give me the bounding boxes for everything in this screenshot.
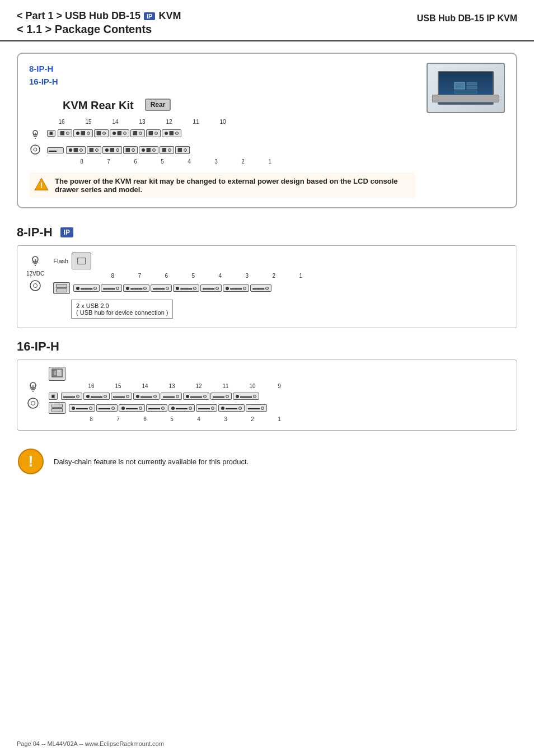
panel-icon-16iph [49, 367, 65, 381]
svg-text:!: ! [40, 181, 43, 190]
ground-icon [29, 129, 41, 141]
panel-icon-area [49, 367, 293, 381]
port-6-top: ⬛ [162, 129, 181, 137]
port-row-16iph-top: ▣ ▬▬▬ ▬▬▬ ▬▬▬ ▬▬▬ ▬▬▬ ▬▬▬ ▬▬▬ ▬▬▬ [49, 393, 293, 400]
port-1-top: ⬛ [73, 129, 93, 137]
svg-rect-12 [455, 91, 477, 94]
ov-bottom-port-row: ▬▬ ⬛ ⬛ ⬛ ⬛ ⬛ ⬛ ⬛ [47, 146, 283, 154]
kvm-diagram: 16 15 14 13 12 11 10 ▣ [29, 119, 415, 166]
num-row-16iph-top: 16 15 14 13 12 11 10 9 [77, 383, 293, 389]
port-16iph-b7: ▬▬▬ [96, 404, 118, 412]
page-header: < Part 1 > USB Hub DB-15 IP KVM < 1.1 > … [0, 0, 534, 41]
ground-icon-8iph [29, 255, 42, 268]
port-16iph-b5: ▬▬▬ [146, 404, 167, 412]
port-3-bot: ⬛ [123, 146, 138, 154]
section-8iph-header: 8-IP-H IP [17, 225, 517, 240]
port-16iph-t11: ▬▬▬ [183, 393, 209, 400]
port-16iph-b2: ▬▬▬ [218, 404, 245, 412]
num-row-bottom-ov: 8 7 6 5 4 3 2 1 [67, 158, 283, 165]
detail-center-8iph: Flash ┌─┐└─┘ 8 7 6 5 4 3 2 1 [53, 253, 314, 294]
port-8iph-6: ▬▬▬ [123, 284, 149, 292]
flash-label: Flash [53, 258, 68, 264]
daisy-chain-text: Daisy-chain feature is not currently ava… [54, 458, 249, 466]
port-5-bot: ⬛ [160, 146, 174, 154]
num-row-8iph: 8 7 6 5 4 3 2 1 [98, 273, 314, 279]
ov-top-port-row: ▣ ⬛ ⬛ ⬛ ⬛ ⬛ ⬛ ⬛ [47, 129, 283, 137]
port-2-bot: ⬛ [102, 146, 122, 154]
model-16iph: 16-IP-H [29, 76, 415, 88]
port-8iph-8: ▬▬▬ [73, 284, 100, 292]
page-content: 8-IP-H 16-IP-H KVM Rear Kit Rear [0, 41, 534, 498]
ip-badge-header: IP [144, 12, 155, 20]
daisy-chain-area: ! Daisy-chain feature is not currently a… [17, 447, 517, 475]
kvm-port-center: 16 15 14 13 12 11 10 ▣ [47, 119, 283, 166]
usb-single-16iph: ▣ [49, 393, 58, 400]
port-group-usb-top: ▣ [47, 130, 55, 137]
overview-box: 8-IP-H 16-IP-H KVM Rear Kit Rear [17, 53, 517, 208]
footer-text: Page 04 -- ML44V02A -- www.EclipseRackmo… [17, 740, 164, 747]
section-16iph-title: 16-IP-H [17, 339, 59, 354]
screen-content-icon [452, 80, 480, 96]
model-8iph: 8-IP-H [29, 63, 415, 76]
detail-left-16iph [26, 381, 40, 410]
port-16iph-b4: ▬▬▬ [168, 404, 195, 412]
num-row-top-ov: 16 15 14 13 12 11 10 [47, 119, 283, 125]
port-16iph-b1: ▬▬▬ [246, 404, 267, 412]
detail-inner-16iph: 16 15 14 13 12 11 10 9 ▣ ▬▬▬ ▬▬▬ ▬▬▬ [26, 367, 508, 423]
svg-rect-9 [455, 82, 465, 89]
section-16iph-header: 16-IP-H [17, 339, 517, 354]
port-0-top: ⬛ [58, 129, 72, 137]
laptop-image [427, 63, 505, 113]
breadcrumb-text: < Part 1 > USB Hub DB-15 [17, 10, 140, 22]
overview-right [427, 63, 505, 113]
usb-note-line2: ( USB hub for device connection ) [76, 309, 168, 316]
svg-point-6 [34, 148, 37, 151]
port-8iph-1: ▬▬▬ [250, 284, 271, 292]
overview-left: 8-IP-H 16-IP-H KVM Rear Kit Rear [29, 63, 415, 198]
svg-point-25 [28, 398, 38, 408]
kvm-text: KVM [158, 10, 181, 22]
detail-center-16iph: 16 15 14 13 12 11 10 9 ▣ ▬▬▬ ▬▬▬ ▬▬▬ [49, 367, 293, 423]
port-row-8iph: ▬▬▬ ▬▬▬ ▬▬▬ ▬▬▬ ▬▬▬ ▬▬▬ ▬▬▬ ▬▬▬ [53, 282, 314, 294]
svg-rect-10 [467, 82, 477, 85]
header-right-title: USB Hub DB-15 IP KVM [417, 10, 517, 24]
detail-box-8iph: 12VDC Flash ┌─┐└─┘ [17, 245, 517, 328]
port-16iph-t16: ▬▬▬ [61, 393, 82, 400]
svg-point-19 [34, 283, 38, 287]
warning-circle-icon: ! [17, 447, 45, 475]
sub-breadcrumb: < 1.1 > Package Contents [17, 23, 181, 36]
breadcrumb-line: < Part 1 > USB Hub DB-15 IP KVM [17, 10, 181, 22]
port-8iph-4: ▬▬▬ [173, 284, 199, 292]
port-row-16iph-bot: ▬▬▬ ▬▬▬ ▬▬▬ ▬▬▬ ▬▬▬ ▬▬▬ ▬▬▬ ▬▬▬ [49, 402, 293, 414]
rear-label: Rear [145, 99, 171, 111]
port-8iph-3: ▬▬▬ [200, 284, 222, 292]
port-16iph-t15: ▬▬▬ [83, 393, 110, 400]
port-16iph-b6: ▬▬▬ [119, 404, 145, 412]
disc-icon-8iph [29, 279, 42, 292]
port-4-bot: ⬛ [139, 146, 158, 154]
svg-rect-11 [467, 86, 477, 89]
port-16iph-b3: ▬▬▬ [196, 404, 217, 412]
laptop-keyboard [432, 95, 499, 102]
svg-point-18 [30, 281, 40, 291]
port-5-top: ⬛ [146, 129, 161, 137]
port-16iph-t9: ▬▬▬ [233, 393, 259, 400]
header-left: < Part 1 > USB Hub DB-15 IP KVM < 1.1 > … [17, 10, 181, 36]
usb-note-area: 2 x USB 2.0 ( USB hub for device connect… [71, 300, 508, 321]
section-8iph-title: 8-IP-H [17, 225, 53, 240]
disc-icon [29, 143, 41, 156]
svg-text:!: ! [28, 452, 33, 470]
port-3-top: ⬛ [110, 129, 129, 137]
warning-triangle-icon: ! [34, 177, 49, 193]
detail-inner-8iph: 12VDC Flash ┌─┐└─┘ [26, 253, 508, 294]
port-8iph-5: ▬▬▬ [151, 284, 172, 292]
page-footer: Page 04 -- ML44V02A -- www.EclipseRackmo… [17, 740, 164, 747]
usb-double-16iph [49, 402, 65, 414]
port-2-top: ⬛ [94, 129, 109, 137]
usb-note-box: 2 x USB 2.0 ( USB hub for device connect… [71, 300, 173, 319]
box-panel-icon [51, 368, 63, 377]
flash-area: Flash ┌─┐└─┘ [53, 253, 314, 269]
usb-double-8iph [53, 282, 70, 294]
model-labels: 8-IP-H 16-IP-H [29, 63, 415, 88]
disc-icon-16iph [26, 396, 40, 410]
